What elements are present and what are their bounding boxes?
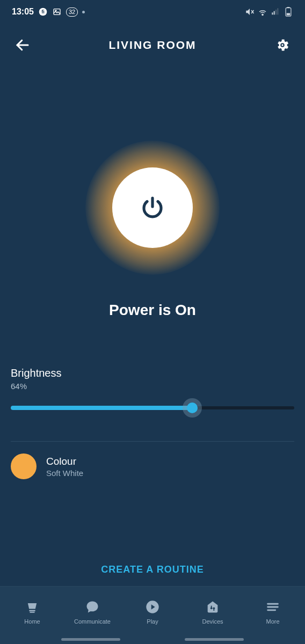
svg-rect-9	[275, 10, 277, 14]
status-bar: 13:05 fi 32	[0, 2, 305, 21]
status-right	[245, 7, 293, 17]
colour-value: Soft White	[46, 469, 83, 478]
nav-home[interactable]: Home	[2, 599, 62, 625]
fb-icon: fi	[38, 7, 48, 17]
nav-more[interactable]: More	[243, 599, 303, 625]
battery-icon	[284, 7, 293, 17]
nav-play[interactable]: Play	[122, 599, 183, 625]
bottom-nav: Home Communicate Play Devices More	[0, 586, 305, 634]
power-button[interactable]	[112, 167, 193, 248]
colour-swatch	[11, 453, 37, 479]
image-icon	[52, 7, 62, 17]
play-icon	[144, 599, 161, 615]
devices-icon	[205, 599, 221, 615]
gesture-pill-right	[185, 638, 244, 641]
main-content: Power is On Brightness 64% Colour Soft W…	[0, 60, 305, 586]
slider-fill	[11, 406, 192, 410]
home-icon	[24, 599, 40, 615]
svg-point-16	[281, 44, 283, 46]
more-icon	[265, 599, 281, 615]
page-title: LIVING ROOM	[108, 39, 196, 52]
gear-icon	[275, 38, 290, 53]
svg-point-3	[55, 10, 56, 11]
svg-rect-25	[213, 608, 214, 611]
svg-rect-10	[277, 8, 278, 14]
svg-rect-13	[287, 13, 291, 15]
divider	[11, 441, 294, 442]
brightness-value: 64%	[11, 382, 294, 391]
status-left: 13:05 fi 32	[12, 7, 85, 17]
slider-thumb[interactable]	[183, 398, 202, 418]
status-time: 13:05	[12, 7, 34, 17]
gesture-bar	[0, 634, 305, 644]
arrow-left-icon	[14, 37, 31, 53]
slider-thumb-dot	[187, 402, 198, 413]
gesture-pill-left	[61, 638, 120, 641]
brightness-section: Brightness 64%	[11, 367, 294, 414]
colour-label: Colour	[46, 456, 83, 467]
nav-communicate[interactable]: Communicate	[62, 599, 122, 625]
nav-more-label: More	[266, 618, 279, 625]
svg-rect-24	[211, 605, 212, 608]
power-glow	[85, 141, 220, 275]
svg-rect-19	[30, 612, 34, 613]
settings-button[interactable]	[272, 34, 293, 56]
nav-devices-label: Devices	[202, 618, 223, 625]
back-button[interactable]	[12, 34, 33, 56]
svg-rect-7	[272, 12, 273, 14]
nav-devices[interactable]: Devices	[183, 599, 243, 625]
communicate-icon	[84, 599, 100, 615]
nav-communicate-label: Communicate	[74, 618, 111, 625]
app-header: LIVING ROOM	[0, 30, 305, 60]
power-icon	[140, 195, 165, 221]
svg-text:fi: fi	[41, 9, 45, 14]
mute-icon	[245, 7, 255, 17]
power-area: Power is On	[11, 141, 294, 319]
svg-point-6	[262, 14, 263, 15]
create-routine-button[interactable]: CREATE A ROUTINE	[11, 564, 294, 575]
svg-rect-8	[274, 11, 275, 15]
status-dot	[82, 11, 85, 13]
wifi-icon	[258, 7, 267, 17]
svg-rect-18	[29, 610, 35, 611]
nav-home-label: Home	[24, 618, 40, 625]
nav-play-label: Play	[147, 618, 158, 625]
brightness-slider[interactable]	[11, 401, 294, 414]
colour-text: Colour Soft White	[46, 456, 83, 478]
colour-row[interactable]: Colour Soft White	[11, 453, 294, 479]
status-badge: 32	[66, 8, 78, 17]
brightness-label: Brightness	[11, 367, 294, 379]
signal-icon	[271, 7, 280, 17]
power-status-text: Power is On	[109, 302, 196, 319]
